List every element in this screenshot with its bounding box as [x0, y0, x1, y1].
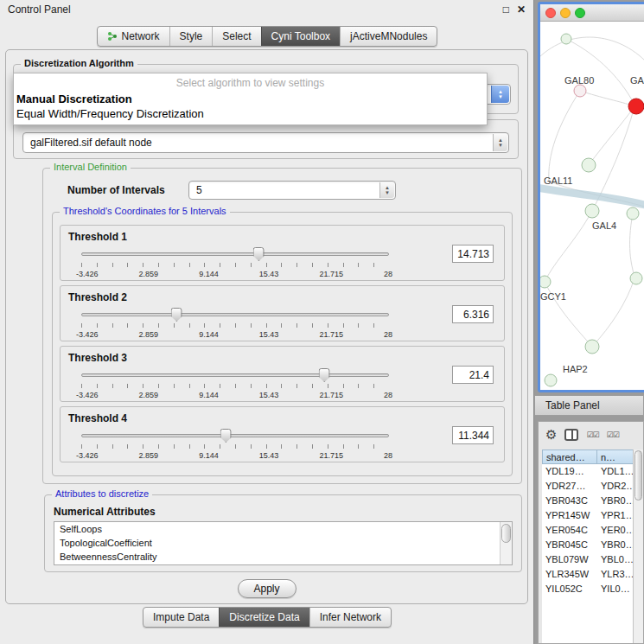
node[interactable]: [627, 207, 639, 220]
close-icon[interactable]: ✕: [517, 3, 526, 16]
thick-edge-band[interactable]: [540, 188, 644, 205]
node[interactable]: [545, 374, 557, 386]
list-item[interactable]: SelfLoops: [54, 522, 512, 536]
select-columns-icon[interactable]: ☑☑: [586, 430, 598, 439]
table-cell[interactable]: YPR145W: [542, 508, 597, 523]
number-of-intervals-combobox[interactable]: 5 ▲ ▼: [188, 181, 396, 200]
table-cell[interactable]: YBL0…: [597, 552, 634, 567]
slider-track[interactable]: [81, 434, 389, 437]
control-panel-titlebar: Control Panel □ ✕: [0, 0, 533, 19]
combobox-stepper-icon[interactable]: ▲ ▼: [379, 182, 394, 198]
apply-button[interactable]: Apply: [238, 579, 296, 598]
tab-style[interactable]: Style: [169, 27, 213, 46]
node-label: GCY1: [540, 291, 566, 302]
table-row[interactable]: YDL19…YDL1…: [542, 464, 643, 479]
threshold-slider[interactable]: -3.426 2.859 9.144 15.43 21.715 28: [81, 428, 389, 462]
node-gal4[interactable]: [585, 204, 599, 218]
combobox-stepper-icon[interactable]: ▲ ▼: [493, 134, 507, 151]
select-rows-icon[interactable]: ☑☑: [607, 430, 619, 439]
scrollbar-thumb[interactable]: [501, 524, 511, 543]
node-highlighted[interactable]: [628, 99, 644, 114]
zoom-traffic-light-icon[interactable]: [575, 8, 585, 18]
slider-track[interactable]: [81, 252, 389, 256]
number-of-intervals-value: 5: [196, 184, 202, 196]
table-cell[interactable]: YLR345W: [542, 567, 597, 582]
slider-thumb[interactable]: [253, 247, 265, 261]
list-item[interactable]: TopologicalCoefficient: [54, 536, 512, 550]
float-window-icon[interactable]: □: [503, 3, 509, 16]
slider-thumb[interactable]: [319, 368, 330, 382]
tab-jactivemnodules[interactable]: jActiveMNodules: [340, 27, 437, 46]
table-cell[interactable]: YBR045C: [542, 538, 597, 552]
node-gal11[interactable]: [582, 158, 596, 172]
close-traffic-light-icon[interactable]: [545, 8, 556, 18]
tab-select[interactable]: Select: [212, 27, 260, 46]
node[interactable]: [561, 34, 571, 44]
table-cell[interactable]: YBR043C: [542, 494, 597, 508]
table-cell[interactable]: YIL0…: [597, 582, 634, 596]
table-row[interactable]: YBL079WYBL0…: [542, 552, 643, 567]
dropdown-option-equal-width-frequency[interactable]: Equal Width/Frequency Discretization: [14, 106, 487, 121]
table-cell[interactable]: YBL079W: [542, 552, 597, 567]
table-row[interactable]: YPR145WYPR1…: [542, 508, 643, 523]
table-row[interactable]: YLR345WYLR3…: [542, 567, 643, 582]
threshold-value-field[interactable]: [452, 245, 494, 263]
table-cell[interactable]: YDR2…: [597, 479, 634, 494]
attributes-scrollbar[interactable]: [500, 522, 512, 564]
tab-infer-network[interactable]: Infer Network: [309, 608, 391, 627]
column-header-shared-name[interactable]: shared…: [542, 450, 597, 464]
table-row[interactable]: YDR27…YDR2…: [542, 479, 643, 494]
slider-thumb[interactable]: [171, 308, 182, 322]
column-header-name[interactable]: n…: [597, 450, 634, 464]
node-gal80[interactable]: [574, 85, 586, 97]
threshold-value-field[interactable]: [452, 305, 494, 323]
attributes-listbox[interactable]: SelfLoops TopologicalCoefficient Between…: [54, 521, 513, 565]
table-data-combobox[interactable]: galFiltered.sif default node ▲ ▼: [22, 132, 509, 153]
table-row[interactable]: YIL052CYIL0…: [542, 582, 643, 596]
tab-discretize-data[interactable]: Discretize Data: [219, 608, 309, 627]
axis-tick-label: -3.426: [76, 330, 99, 339]
table-cell[interactable]: YPR1…: [597, 508, 634, 523]
table-cell[interactable]: YDL1…: [597, 464, 634, 479]
threshold-slider[interactable]: -3.426 2.859 9.144 15.43 21.715 28: [81, 246, 389, 281]
axis-tick-label: 9.144: [199, 330, 219, 339]
table-cell[interactable]: YER0…: [597, 523, 634, 538]
table-cell[interactable]: YDR27…: [542, 479, 597, 494]
dropdown-option-manual-discretization[interactable]: Manual Discretization: [14, 92, 487, 106]
tab-network[interactable]: Network: [98, 27, 169, 46]
table-cell[interactable]: YBR0…: [597, 494, 634, 508]
table-row[interactable]: YER054CYER0…: [542, 523, 643, 538]
threshold-value-field[interactable]: [452, 426, 494, 444]
table-cell[interactable]: YER054C: [542, 523, 597, 538]
tab-label: Network: [122, 30, 160, 42]
columns-icon[interactable]: [564, 429, 578, 441]
tab-impute-data[interactable]: Impute Data: [143, 608, 219, 627]
table-cell[interactable]: YDL19…: [542, 464, 597, 479]
list-item[interactable]: BetweennessCentrality: [54, 550, 512, 564]
axis-tick-label: 28: [384, 391, 392, 399]
threshold-value-field[interactable]: [452, 366, 494, 384]
network-canvas[interactable]: GAL80 GA GAL11 GAL4 GCY1 HAP2: [540, 22, 644, 392]
top-tabs: Network Style Select Cyni Toolbox jActiv…: [97, 26, 438, 47]
gear-icon[interactable]: ⚙: [545, 427, 557, 443]
slider-thumb[interactable]: [220, 429, 232, 443]
node-gcy1[interactable]: [540, 276, 551, 288]
combobox-stepper-icon[interactable]: ▲ ▼: [491, 86, 509, 103]
table-cell[interactable]: YIL052C: [542, 582, 597, 596]
stepper-down-icon: ▼: [385, 190, 390, 195]
table-cell[interactable]: YBR0…: [597, 538, 634, 552]
node[interactable]: [630, 272, 642, 284]
node-hap2[interactable]: [585, 340, 599, 354]
scrollbar-thumb[interactable]: [634, 450, 642, 501]
table-cell[interactable]: YLR3…: [597, 567, 634, 582]
threshold-slider[interactable]: -3.426 2.859 9.144 15.43 21.715 28: [81, 367, 389, 402]
slider-track[interactable]: [81, 313, 389, 316]
tab-cyni-toolbox[interactable]: Cyni Toolbox: [261, 27, 340, 46]
table-row[interactable]: YBR043CYBR0…: [542, 494, 643, 508]
table-scrollbar[interactable]: [633, 450, 643, 643]
minimize-traffic-light-icon[interactable]: [560, 8, 571, 18]
table-row[interactable]: YBR045CYBR0…: [542, 538, 643, 552]
slider-track[interactable]: [81, 373, 389, 377]
control-panel-window: Control Panel □ ✕ Network Style Select C…: [0, 0, 534, 644]
threshold-slider[interactable]: -3.426 2.859 9.144 15.43 21.715 28: [81, 307, 389, 341]
